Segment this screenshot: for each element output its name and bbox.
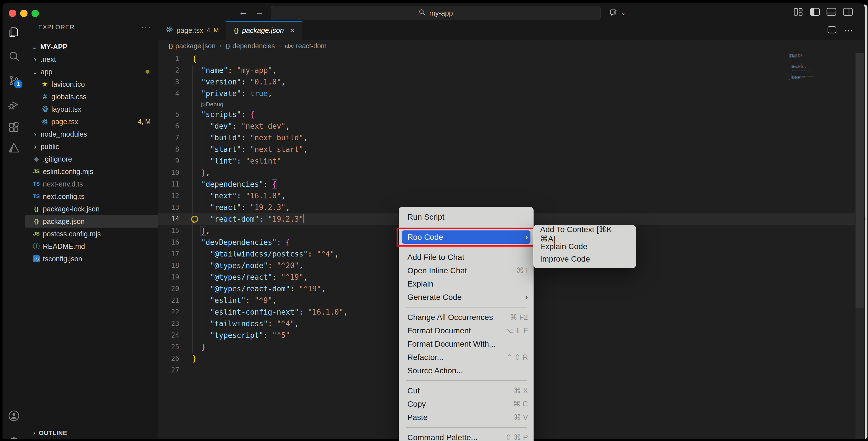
explorer-more-actions-icon[interactable]: ···: [141, 23, 151, 32]
tab-package-json[interactable]: {}package.json×: [226, 21, 302, 40]
ts-icon: TS: [31, 181, 41, 187]
lightbulb-icon[interactable]: [191, 216, 198, 223]
file-label: tsconfig.json: [43, 255, 82, 263]
code-line-6[interactable]: 6"dev": "next dev",: [158, 121, 855, 132]
menu-item-run-script[interactable]: Run Script: [399, 210, 533, 224]
tree-item-readme-md[interactable]: ⓘREADME.md: [25, 240, 158, 252]
submenu-item-add-to-context-k-a-[interactable]: Add To Context [⌘K ⌘A]: [533, 228, 636, 240]
toggle-panel-icon[interactable]: [826, 8, 836, 16]
breadcrumb-item-react-dom[interactable]: abcreact-dom: [285, 42, 327, 50]
menu-item-cut[interactable]: Cut⌘ X: [399, 384, 533, 397]
tree-item-globals-css[interactable]: #globals.css: [25, 91, 158, 103]
menu-item-label: Format Document: [407, 326, 471, 335]
menu-item-refactor-[interactable]: Refactor...⌃ ⇧ R: [399, 350, 533, 364]
tree-item-app[interactable]: ⌄app: [25, 65, 158, 78]
back-arrow-icon[interactable]: ←: [238, 6, 248, 18]
menu-item-source-action-[interactable]: Source Action...: [399, 364, 533, 377]
indent-guide: [192, 306, 193, 318]
activity-run-debug-icon[interactable]: [3, 94, 25, 115]
command-center-search[interactable]: my-app: [271, 6, 600, 20]
code-line-4[interactable]: 4"private": true,: [158, 88, 855, 100]
token: ,: [303, 145, 308, 154]
account-icon[interactable]: [3, 406, 25, 426]
menu-item-generate-code[interactable]: Generate Code›: [399, 291, 533, 304]
code-line-12[interactable]: 12"next": "16.1.0",: [158, 190, 855, 202]
tree-item-postcss-config-mjs[interactable]: JSpostcss.config.mjs: [25, 228, 158, 240]
zoom-window-button[interactable]: [31, 10, 39, 17]
activity-explorer-icon[interactable]: [3, 22, 25, 42]
menu-item-paste[interactable]: Paste⌘ V: [399, 411, 533, 424]
tree-item-public[interactable]: ›public: [25, 140, 158, 153]
minimize-window-button[interactable]: [20, 10, 28, 17]
toggle-secondary-sidebar-icon[interactable]: [843, 8, 852, 16]
code-line-8[interactable]: 8"start": "next start",: [158, 144, 855, 155]
outline-section-header[interactable]: › OUTLINE: [25, 427, 158, 439]
star-icon: ★: [40, 80, 50, 88]
tree-item--gitignore[interactable]: ◆.gitignore: [25, 153, 158, 165]
activity-search-icon[interactable]: [3, 46, 25, 66]
copilot-menu[interactable]: ⌄: [609, 7, 626, 19]
tree-item--next[interactable]: ›.next: [25, 53, 158, 65]
toggle-primary-sidebar-icon[interactable]: [810, 8, 819, 16]
menu-item-change-all-occurrences[interactable]: Change All Occurrences⌘ F2: [399, 311, 533, 324]
menu-item-format-document-with-[interactable]: Format Document With...: [399, 337, 533, 350]
forward-arrow-icon[interactable]: →: [254, 6, 265, 18]
customize-layout-icon[interactable]: [794, 8, 803, 16]
more-actions-icon[interactable]: ⋯: [844, 26, 853, 35]
close-tab-icon[interactable]: ×: [290, 26, 294, 35]
token: :: [241, 78, 250, 86]
code-line-10[interactable]: 10},: [158, 167, 855, 178]
submenu-item-improve-code[interactable]: Improve Code: [533, 253, 636, 265]
codelens-debug[interactable]: ▷Debug: [158, 100, 855, 109]
menu-item-add-file-to-chat[interactable]: Add File to Chat: [399, 250, 533, 264]
code-line-5[interactable]: 5"scripts": {: [158, 109, 855, 121]
settings-gear-icon[interactable]: ⚙: [3, 431, 25, 439]
menu-item-copy[interactable]: Copy⌘ C: [399, 397, 533, 411]
tree-item-eslint-config-mjs[interactable]: JSeslint.config.mjs: [25, 165, 158, 178]
code-line-11[interactable]: 11"dependencies": {: [158, 178, 855, 190]
tree-item-node-modules[interactable]: ›node_modules: [25, 128, 158, 140]
tab-page-tsx[interactable]: page.tsx4, M: [158, 21, 226, 40]
tree-item-next-config-ts[interactable]: TSnext.config.ts: [25, 190, 158, 203]
menu-item-command-palette-[interactable]: Command Palette...⇧ ⌘ P: [399, 431, 533, 441]
activity-source-control-icon[interactable]: 1: [3, 70, 25, 91]
code-text: }: [192, 353, 197, 365]
tree-item-next-env-d-ts[interactable]: TSnext-env.d.ts: [25, 178, 158, 190]
activity-extensions-icon[interactable]: [3, 117, 25, 138]
breadcrumb-item-dependencies[interactable]: {}dependencies: [225, 42, 275, 50]
code-line-9[interactable]: 9"lint": "eslint": [158, 155, 855, 167]
token: "16.1.0": [308, 308, 343, 316]
menu-shortcut: ⌘ X: [514, 386, 528, 395]
tree-item-layout-tsx[interactable]: layout.tsx: [25, 103, 158, 115]
tree-item-page-tsx[interactable]: page.tsx4, M: [25, 115, 158, 128]
tree-item-favicon-ico[interactable]: ★favicon.ico: [25, 78, 158, 91]
menu-item-format-document[interactable]: Format Document⌥ ⇧ F: [399, 324, 533, 337]
tree-item-package-lock-json[interactable]: {}package-lock.json: [25, 203, 158, 215]
menu-item-open-inline-chat[interactable]: Open Inline Chat⌘ I: [399, 264, 533, 277]
tree-item-tsconfig-json[interactable]: TStsconfig.json: [25, 252, 158, 265]
code-line-2[interactable]: 2"name": "my-app",: [158, 65, 855, 76]
file-label: app: [40, 68, 53, 76]
code-text: },: [201, 167, 210, 178]
indent-guide: [201, 283, 202, 295]
token: :: [263, 331, 272, 340]
activity-prism-extension-icon[interactable]: [3, 138, 25, 159]
close-window-button[interactable]: [9, 10, 16, 17]
scrollbar-thumb[interactable]: [856, 53, 864, 308]
code-line-3[interactable]: 3"version": "0.1.0",: [158, 76, 855, 88]
chevron-collapsed-icon: ›: [31, 55, 39, 64]
project-root-row[interactable]: ⌄ MY-APP: [25, 40, 158, 53]
tree-item-package-json[interactable]: {}package.json: [25, 215, 158, 228]
breadcrumb-item-package-json[interactable]: {}package.json: [168, 42, 216, 50]
activity-bar: 1: [3, 21, 25, 439]
code-line-1[interactable]: 1{: [158, 53, 855, 65]
token: :: [299, 308, 308, 316]
menu-shortcut: ⌘ F2: [510, 313, 528, 322]
code-line-7[interactable]: 7"build": "next build",: [158, 132, 855, 144]
token: "0.1.0": [250, 78, 281, 86]
minimap[interactable]: {"name": "my-app","version": "0.1.0","pr…: [788, 53, 853, 109]
split-editor-icon[interactable]: [828, 26, 837, 35]
menu-item-explain[interactable]: Explain: [399, 277, 533, 291]
editor-scrollbar[interactable]: [856, 53, 864, 439]
menu-item-roo-code[interactable]: Roo Code›: [402, 230, 530, 244]
